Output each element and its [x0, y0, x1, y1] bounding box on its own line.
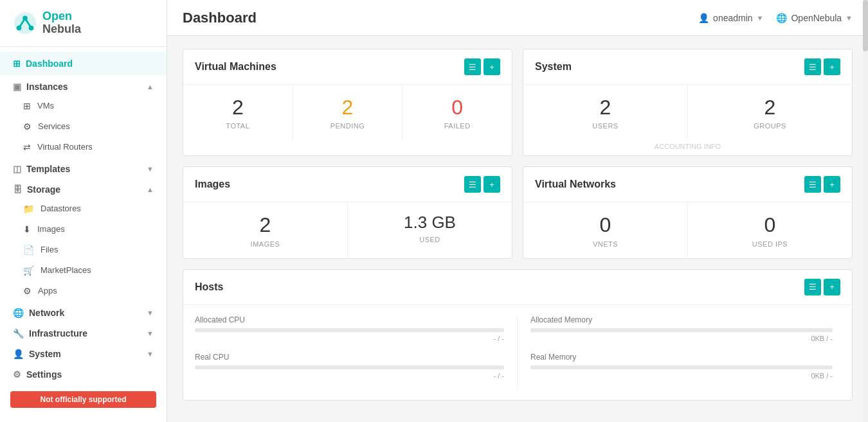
used-ips-stat: 0 USED IPs: [688, 202, 852, 258]
hosts-memory-stats: Allocated Memory 0KB / - Real Memory 0KB…: [518, 315, 840, 390]
infrastructure-icon: 🔧: [13, 328, 24, 338]
add-icon-2: +: [829, 62, 835, 72]
content-area: Virtual Machines ☰ + 2 TOTAL: [167, 36, 868, 422]
vm-failed-label: FAILED: [414, 122, 500, 130]
images-actions: ☰ +: [464, 176, 500, 193]
hosts-real-memory-row: Real Memory 0KB / -: [530, 353, 833, 380]
sidebar-item-files[interactable]: 📄 Files: [0, 240, 167, 260]
hosts-actions: ☰ +: [804, 279, 840, 295]
hosts-list-button[interactable]: ☰: [804, 279, 821, 295]
list-icon-4: ☰: [809, 180, 817, 189]
logo-text: Open Nebula: [42, 10, 81, 36]
settings-icon: ⚙: [13, 369, 21, 380]
sidebar-item-marketplaces[interactable]: 🛒 MarketPlaces: [0, 260, 167, 281]
add-icon-5: +: [829, 282, 835, 292]
svg-point-2: [17, 26, 22, 31]
vm-total-stat: 2 TOTAL: [183, 85, 293, 140]
svg-point-3: [29, 26, 34, 31]
scrollbar-track[interactable]: [863, 0, 868, 422]
used-ips-value: 0: [700, 213, 840, 237]
instances-chevron-icon: ▲: [147, 83, 154, 91]
virtual-machines-list-button[interactable]: ☰: [464, 58, 481, 75]
hosts-card-header: Hosts ☰ +: [183, 270, 852, 305]
sidebar-item-network-label: Network: [29, 308, 64, 318]
topbar-right: 👤 oneadmin ▼ 🌐 OpenNebula ▼: [698, 13, 853, 23]
hosts-allocated-memory-value: 0KB / -: [530, 335, 833, 342]
virtual-networks-stats: 0 VNETS 0 USED IPs: [523, 202, 852, 258]
sidebar-item-datastores[interactable]: 📁 Datastores: [0, 198, 167, 219]
images-count-value: 2: [195, 213, 336, 237]
list-icon-2: ☰: [809, 62, 817, 72]
sidebar-item-instances[interactable]: ▣ Instances ▲: [0, 75, 167, 96]
sidebar-item-infrastructure-label: Infrastructure: [29, 328, 87, 338]
images-used-stat: 1.3 GB USED: [348, 202, 512, 258]
virtual-networks-actions: ☰ +: [804, 176, 840, 193]
hosts-allocated-memory-row: Allocated Memory 0KB / -: [530, 315, 833, 342]
svg-point-1: [23, 15, 28, 21]
scrollbar-thumb[interactable]: [863, 0, 868, 51]
system-list-button[interactable]: ☰: [804, 58, 821, 75]
system-add-button[interactable]: +: [824, 58, 840, 75]
hosts-add-button[interactable]: +: [824, 279, 840, 295]
images-card-header: Images ☰ +: [183, 167, 512, 202]
system-users-label: USERS: [535, 122, 676, 130]
network-icon: 🌐: [13, 308, 24, 318]
system-card-header: System ☰ +: [523, 49, 852, 85]
user-icon: 👤: [698, 13, 709, 23]
templates-icon: ◫: [13, 164, 21, 174]
hosts-allocated-cpu-row: Allocated CPU - / -: [195, 315, 504, 342]
vm-total-label: TOTAL: [195, 122, 281, 130]
system-title: System: [535, 61, 572, 73]
images-add-button[interactable]: +: [484, 176, 500, 193]
sidebar-item-infrastructure[interactable]: 🔧 Infrastructure ▼: [0, 322, 167, 342]
virtual-networks-add-button[interactable]: +: [824, 176, 840, 193]
templates-chevron-icon: ▼: [147, 165, 154, 173]
images-title: Images: [195, 179, 230, 190]
add-icon-4: +: [829, 180, 835, 189]
virtual-networks-card-header: Virtual Networks ☰ +: [523, 167, 852, 202]
list-icon-5: ☰: [809, 282, 817, 292]
logo-area: Open Nebula: [0, 0, 167, 47]
topbar-user[interactable]: 👤 oneadmin ▼: [698, 13, 763, 23]
virtual-machines-card-header: Virtual Machines ☰ +: [183, 49, 512, 85]
sidebar-item-images[interactable]: ⬇ Images: [0, 219, 167, 240]
sidebar-item-vms[interactable]: ⊞ VMs: [0, 96, 167, 116]
storage-chevron-icon: ▲: [147, 186, 154, 193]
sidebar-item-storage[interactable]: 🗄 Storage ▲: [0, 178, 167, 198]
images-list-button[interactable]: ☰: [464, 176, 481, 193]
services-icon: ⚙: [23, 121, 32, 132]
images-used-label: USED: [359, 236, 500, 243]
cards-row-2: Images ☰ + 2 IMAGES: [183, 166, 853, 258]
sidebar-item-network[interactable]: 🌐 Network ▼: [0, 301, 167, 322]
hosts-stats: Allocated CPU - / - Real CPU - / -: [183, 305, 852, 400]
system-stats: 2 USERS 2 GROUPS: [523, 85, 852, 140]
sidebar-item-virtual-routers[interactable]: ⇄ Virtual Routers: [0, 137, 167, 157]
system-icon: 👤: [13, 349, 24, 359]
system-users-value: 2: [535, 95, 676, 119]
virtual-networks-list-button[interactable]: ☰: [804, 176, 821, 193]
images-count-label: IMAGES: [195, 240, 336, 248]
sidebar-item-dashboard[interactable]: ⊞ Dashboard: [0, 52, 167, 75]
sidebar-item-settings[interactable]: ⚙ Settings: [0, 363, 167, 386]
vm-failed-stat: 0 FAILED: [402, 85, 512, 140]
hosts-title: Hosts: [195, 281, 223, 293]
sidebar-item-system[interactable]: 👤 System ▼: [0, 342, 167, 363]
storage-icon: 🗄: [13, 184, 22, 195]
images-stats: 2 IMAGES 1.3 GB USED: [183, 202, 512, 258]
sidebar-item-services[interactable]: ⚙ Services: [0, 116, 167, 137]
sidebar-item-apps[interactable]: ⚙ Apps: [0, 281, 167, 301]
sidebar-item-instances-label: Instances: [26, 82, 68, 92]
cards-row-1: Virtual Machines ☰ + 2 TOTAL: [183, 49, 853, 156]
list-icon: ☰: [469, 62, 476, 72]
system-groups-value: 2: [700, 95, 840, 119]
hosts-card: Hosts ☰ + Allocated CPU: [183, 269, 853, 401]
virtual-machines-stats: 2 TOTAL 2 PENDING 0 FAILED: [183, 85, 512, 140]
system-actions: ☰ +: [804, 58, 840, 75]
topbar: Dashboard 👤 oneadmin ▼ 🌐 OpenNebula ▼: [167, 0, 868, 36]
hosts-allocated-memory-bar-bg: [530, 328, 833, 332]
virtual-machines-add-button[interactable]: +: [484, 58, 500, 75]
hosts-real-cpu-value: - / -: [195, 372, 504, 380]
dashboard-icon: ⊞: [13, 58, 21, 69]
topbar-cloud[interactable]: 🌐 OpenNebula ▼: [776, 13, 853, 23]
sidebar-item-templates[interactable]: ◫ Templates ▼: [0, 157, 167, 178]
